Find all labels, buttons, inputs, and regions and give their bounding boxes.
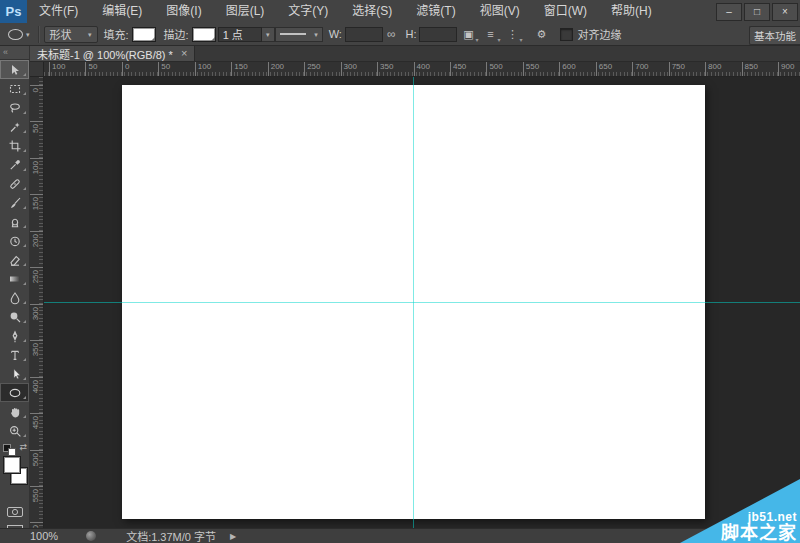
menu-bar: Ps 文件(F) 编辑(E) 图像(I) 图层(L) 文字(Y) 选择(S) 滤…	[0, 0, 800, 24]
tool-dodge[interactable]	[0, 307, 29, 326]
geometry-options-button[interactable]: ⚙	[531, 25, 551, 43]
tool-ellipse[interactable]	[0, 383, 29, 402]
ruler-label: 400	[30, 377, 44, 416]
menu-item-window[interactable]: 窗口(W)	[532, 0, 599, 23]
tool-history-brush[interactable]	[0, 231, 29, 250]
tool-zoom[interactable]	[0, 421, 29, 440]
tool-mode-select[interactable]: 形状 ▾	[44, 26, 98, 43]
document-tab[interactable]: 未标题-1 @ 100%(RGB/8) * ×	[30, 46, 195, 61]
ruler-label: 200	[30, 231, 44, 270]
tool-move[interactable]	[0, 60, 29, 79]
collapse-arrows-icon: ‹‹	[3, 47, 7, 57]
quick-mask-icon	[6, 505, 24, 523]
tool-spot-healing-brush[interactable]	[0, 174, 29, 193]
ruler-label: 800	[705, 62, 721, 77]
tool-eraser[interactable]	[0, 250, 29, 269]
document-title: 未标题-1 @ 100%(RGB/8) *	[37, 46, 173, 62]
ruler-label: 150	[30, 194, 44, 233]
menu-item-view[interactable]: 视图(V)	[468, 0, 532, 23]
ruler-origin-box[interactable]	[30, 62, 44, 77]
tool-pen[interactable]	[0, 326, 29, 345]
maximize-button[interactable]: □	[744, 3, 770, 21]
tool-options-bar: ▾ 形状 ▾ 填充: 描边: 1 点 ▾ ▾ W: ∞ H: ▣ ▾ ≡ ▾	[0, 23, 800, 46]
ruler-label: 100	[49, 62, 65, 77]
menu-item-select[interactable]: 选择(S)	[340, 0, 404, 23]
eyedropper-tool-icon	[8, 158, 22, 172]
tool-gradient[interactable]	[0, 269, 29, 288]
path-arrangement-icon: ⋮	[507, 28, 518, 41]
ruler-label: 250	[304, 62, 320, 77]
tool-path-selection[interactable]	[0, 364, 29, 383]
menu-item-edit[interactable]: 编辑(E)	[90, 0, 154, 23]
foreground-color-swatch[interactable]	[3, 456, 21, 474]
tool-horizontal-type[interactable]	[0, 345, 29, 364]
brush-tool-icon	[8, 196, 22, 210]
path-alignment-icon: ≡	[487, 28, 493, 40]
tool-lasso[interactable]	[0, 98, 29, 117]
stroke-color-swatch[interactable]	[192, 27, 216, 42]
ellipse-tool-icon	[8, 386, 22, 400]
pen-tool-icon	[8, 329, 22, 343]
default-background-icon	[8, 448, 16, 456]
tool-quick-selection[interactable]	[0, 117, 29, 136]
zoom-level-field[interactable]: 100%	[30, 530, 58, 542]
ruler-label: 600	[559, 62, 575, 77]
tool-rectangular-marquee[interactable]	[0, 79, 29, 98]
ruler-label: 700	[632, 62, 648, 77]
ellipse-tool-preset-icon	[8, 29, 23, 40]
ruler-label: 650	[596, 62, 612, 77]
tool-hand[interactable]	[0, 402, 29, 421]
shape-height-input[interactable]	[419, 27, 457, 42]
photoshop-window: Ps 文件(F) 编辑(E) 图像(I) 图层(L) 文字(Y) 选择(S) 滤…	[0, 0, 800, 543]
swap-colors-icon[interactable]: ⇄	[19, 442, 27, 452]
canvas-viewport	[44, 77, 800, 528]
link-dimensions-icon[interactable]: ∞	[387, 27, 396, 41]
window-controls: – □ ×	[716, 3, 798, 21]
ruler-label: 500	[30, 450, 44, 489]
path-operations-button[interactable]: ▣ ▾	[458, 25, 478, 43]
tool-mode-value: 形状	[50, 26, 72, 42]
quick-mask-button[interactable]	[0, 505, 29, 523]
fill-color-swatch[interactable]	[132, 27, 156, 42]
horizontal-guide[interactable]	[44, 302, 800, 303]
tool-preset-picker[interactable]: ▾	[4, 29, 34, 40]
path-alignment-button[interactable]: ≡ ▾	[480, 25, 500, 43]
tool-eyedropper[interactable]	[0, 155, 29, 174]
align-edges-checkbox[interactable]	[560, 28, 573, 41]
default-colors-button[interactable]: ⇄	[2, 443, 28, 455]
shape-width-input[interactable]	[345, 27, 383, 42]
workspace-switcher-button[interactable]: 基本功能	[749, 26, 800, 45]
hand-tool-icon	[8, 405, 22, 419]
menu-item-file[interactable]: 文件(F)	[27, 0, 90, 23]
clone-stamp-tool-icon	[8, 215, 22, 229]
ruler-label: 500	[486, 62, 502, 77]
ruler-label: 0	[30, 85, 44, 124]
tool-crop[interactable]	[0, 136, 29, 155]
horizontal-ruler[interactable]: 1005005010015020025030035040045050055060…	[44, 62, 800, 77]
path-selection-tool-icon	[8, 367, 22, 381]
status-expand-icon[interactable]: ▶	[230, 532, 236, 541]
menu-item-layer[interactable]: 图层(L)	[214, 0, 277, 23]
stroke-width-dropdown[interactable]: ▾	[262, 27, 275, 42]
path-arrangement-button[interactable]: ⋮ ▾	[502, 25, 522, 43]
ruler-label: 400	[414, 62, 430, 77]
eraser-tool-icon	[8, 253, 22, 267]
menu-item-image[interactable]: 图像(I)	[154, 0, 213, 23]
tool-blur[interactable]	[0, 288, 29, 307]
align-edges-label: 对齐边缘	[577, 26, 621, 42]
minimize-button[interactable]: –	[716, 3, 742, 21]
menu-item-help[interactable]: 帮助(H)	[599, 0, 664, 23]
ruler-label: 50	[30, 121, 44, 160]
tool-clone-stamp[interactable]	[0, 212, 29, 231]
stroke-style-select[interactable]: ▾	[275, 27, 323, 42]
lasso-tool-icon	[8, 101, 22, 115]
vertical-ruler[interactable]: 050100150200250300350400450500550600	[30, 77, 44, 528]
tab-close-icon[interactable]: ×	[181, 48, 187, 59]
stroke-width-field[interactable]: 1 点	[218, 27, 262, 42]
menu-item-filter[interactable]: 滤镜(T)	[404, 0, 467, 23]
menu-item-type[interactable]: 文字(Y)	[276, 0, 340, 23]
ruler-label: 100	[195, 62, 211, 77]
tools-panel-collapse[interactable]: ‹‹	[0, 46, 29, 60]
close-button[interactable]: ×	[772, 3, 798, 21]
tool-brush[interactable]	[0, 193, 29, 212]
